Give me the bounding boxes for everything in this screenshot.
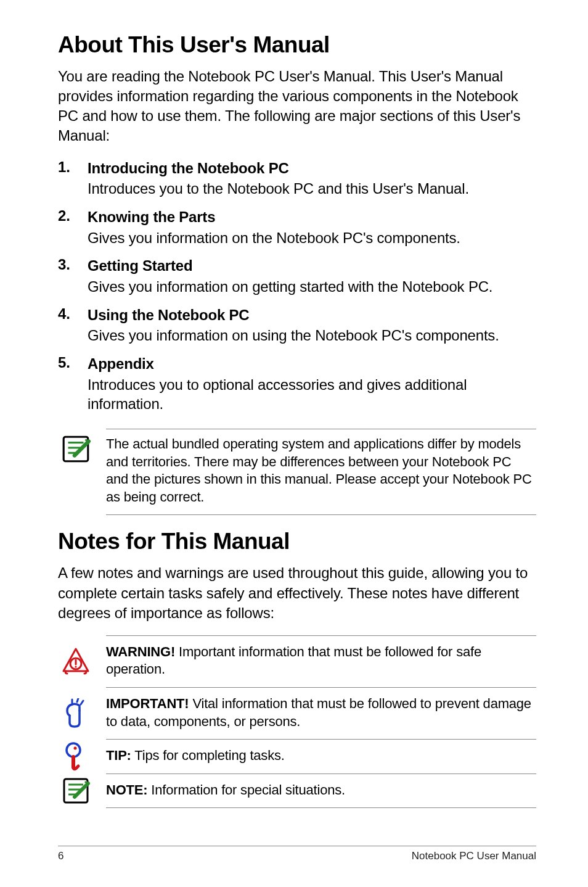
callout-text: Tips for completing tasks.: [131, 748, 285, 763]
callout-tip: TIP: Tips for completing tasks.: [58, 739, 536, 774]
callout-body: IMPORTANT! Vital information that must b…: [106, 687, 536, 739]
svg-rect-0: [63, 437, 88, 461]
notes-intro-paragraph: A few notes and warnings are used throug…: [58, 563, 536, 622]
section-title: Knowing the Parts: [88, 207, 536, 227]
tip-icon: [58, 739, 94, 774]
heading-notes: Notes for This Manual: [58, 529, 536, 555]
sections-list: Introducing the Notebook PC Introduces y…: [58, 159, 536, 414]
svg-point-8: [67, 743, 80, 757]
section-item: Using the Notebook PC Gives you informat…: [58, 305, 536, 345]
svg-point-9: [74, 747, 77, 750]
callout-label: TIP:: [106, 748, 131, 763]
svg-point-6: [75, 666, 76, 667]
section-desc: Gives you information on the Notebook PC…: [88, 228, 536, 248]
intro-paragraph: You are reading the Notebook PC User's M…: [58, 67, 536, 146]
section-title: Using the Notebook PC: [88, 305, 536, 325]
callout-note: NOTE: Information for special situations…: [58, 774, 536, 809]
section-desc: Gives you information on getting started…: [88, 277, 536, 297]
callout-label: NOTE:: [106, 782, 147, 798]
important-icon: [58, 687, 94, 739]
callout-label: IMPORTANT!: [106, 696, 189, 711]
section-item: Getting Started Gives you information on…: [58, 256, 536, 296]
section-item: Knowing the Parts Gives you information …: [58, 207, 536, 247]
callout-body: NOTE: Information for special situations…: [106, 774, 536, 809]
heading-about: About This User's Manual: [58, 32, 536, 58]
section-title: Appendix: [88, 354, 536, 374]
callout-important: IMPORTANT! Vital information that must b…: [58, 687, 536, 739]
warning-icon: [58, 635, 94, 687]
section-desc: Introduces you to the Notebook PC and th…: [88, 179, 536, 199]
section-title: Introducing the Notebook PC: [88, 159, 536, 178]
footer-title: Notebook PC User Manual: [412, 850, 536, 862]
callout-warning: WARNING! Important information that must…: [58, 635, 536, 687]
section-item: Appendix Introduces you to optional acce…: [58, 354, 536, 414]
note-text: The actual bundled operating system and …: [106, 435, 536, 506]
section-title: Getting Started: [88, 256, 536, 276]
note-icon: [58, 429, 94, 464]
page-number: 6: [58, 850, 63, 862]
model-differences-note: The actual bundled operating system and …: [58, 429, 536, 515]
page-footer: 6 Notebook PC User Manual: [58, 846, 536, 862]
note-icon: [58, 774, 94, 809]
manual-page: About This User's Manual You are reading…: [0, 0, 588, 887]
callout-label: WARNING!: [106, 644, 175, 659]
section-desc: Gives you information on using the Noteb…: [88, 326, 536, 345]
callout-text: Information for special situations.: [147, 782, 345, 798]
section-desc: Introduces you to optional accessories a…: [88, 375, 536, 414]
svg-rect-10: [64, 779, 88, 802]
callouts-list: WARNING! Important information that must…: [58, 635, 536, 809]
callout-body: TIP: Tips for completing tasks.: [106, 739, 536, 774]
callout-body: WARNING! Important information that must…: [106, 635, 536, 687]
section-item: Introducing the Notebook PC Introduces y…: [58, 159, 536, 199]
